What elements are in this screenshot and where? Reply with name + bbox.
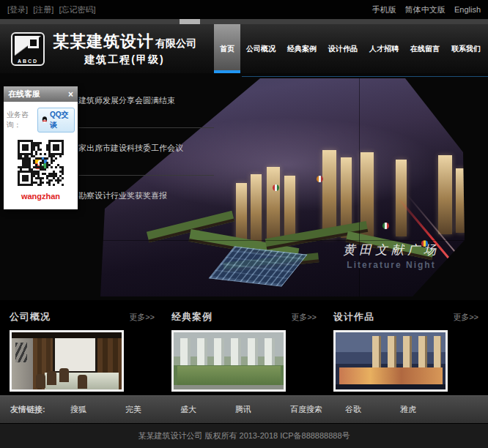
qr-code-image	[18, 140, 64, 186]
nav-item-home[interactable]: 首页	[214, 24, 240, 73]
balloon-art	[273, 184, 279, 191]
language-links: 手机版 简体中文版 English	[366, 4, 481, 15]
top-bar: [登录] [注册] [忘记密码] 手机版 简体中文版 English	[0, 0, 488, 19]
company-title: 某某建筑设计 有限公司 建筑工程(甲级)	[53, 31, 196, 67]
section-title-about: 公司概况	[10, 310, 51, 324]
glass-canopy-art	[209, 246, 308, 286]
watermark-chinese: 黄田文献广场	[343, 242, 440, 258]
column-cases: 经典案例 更多>>	[171, 309, 317, 395]
forgot-password-link[interactable]: [忘记密码]	[59, 5, 95, 14]
account-links: [登录] [注册] [忘记密码]	[7, 4, 99, 15]
main-nav: 首页 公司概况 经典案例 设计作品 人才招聘 在线留言 联系我们	[214, 24, 487, 73]
close-icon[interactable]: ×	[68, 90, 73, 99]
company-suffix: 有限公司	[155, 37, 196, 51]
nav-item-message[interactable]: 在线留言	[404, 24, 446, 73]
qq-penguin-icon	[42, 116, 48, 124]
friend-link-wanmei[interactable]: 完美	[125, 404, 180, 415]
section-title-cases: 经典案例	[171, 310, 212, 324]
site-header: ABCD 某某建筑设计 有限公司 建筑工程(甲级) 首页 公司概况 经典案例 设…	[0, 24, 488, 73]
news-item[interactable]: 家出席市建设科技委工作会议	[78, 128, 214, 176]
footer-copyright: 某某建筑设计公司 版权所有 2013-2018 ICP备888888888号	[0, 423, 488, 448]
logo-text: ABCD	[12, 59, 43, 64]
column-about: 公司概况 更多>>	[10, 309, 155, 395]
nav-underline	[242, 76, 488, 77]
image-watermark: 黄田文献广场 Literature Night	[343, 242, 440, 270]
panel-seam-line	[0, 240, 488, 241]
nav-item-jobs[interactable]: 人才招聘	[363, 24, 404, 73]
more-link-works[interactable]: 更多>>	[453, 312, 478, 323]
logo-square-shape	[28, 37, 39, 48]
works-thumbnail-image[interactable]	[333, 330, 448, 392]
friend-links-label: 友情链接:	[10, 404, 70, 415]
news-list: 建筑师发展分享会圆满结束 家出席市建设科技委工作会议 勘察设计行业奖获奖喜报	[78, 81, 214, 223]
service-panel-header: 在线客服 ×	[4, 86, 78, 102]
nav-item-contact[interactable]: 联系我们	[446, 24, 487, 73]
friend-link-tengxun[interactable]: 腾讯	[235, 404, 290, 415]
friend-link-yahoo[interactable]: 雅虎	[400, 404, 455, 415]
simplified-chinese-link[interactable]: 简体中文版	[405, 5, 446, 14]
section-title-works: 设计作品	[333, 310, 374, 324]
about-thumbnail-image[interactable]	[10, 330, 124, 392]
nav-item-cases[interactable]: 经典案例	[281, 24, 322, 73]
news-item[interactable]: 勘察设计行业奖获奖喜报	[78, 176, 214, 223]
friend-link-baidu[interactable]: 百度搜索	[290, 404, 345, 415]
english-link[interactable]: English	[454, 5, 481, 14]
scrollbar-thumb[interactable]	[180, 19, 200, 24]
qq-chat-button[interactable]: QQ交谈	[37, 108, 75, 132]
more-link-cases[interactable]: 更多>>	[291, 312, 317, 323]
consult-label: 业务咨询：	[7, 110, 36, 130]
company-logo: ABCD	[11, 32, 45, 66]
horizontal-scrollbar[interactable]	[0, 19, 488, 24]
qq-chat-label: QQ交谈	[50, 110, 70, 130]
mobile-version-link[interactable]: 手机版	[372, 5, 396, 14]
balloon-art	[382, 223, 389, 229]
friend-link-souhu[interactable]: 搜狐	[70, 404, 125, 415]
cases-thumbnail-image[interactable]	[171, 330, 286, 392]
news-item[interactable]: 建筑师发展分享会圆满结束	[78, 81, 214, 128]
qr-caption: wangzhan	[7, 192, 75, 201]
column-works: 设计作品 更多>>	[333, 309, 478, 395]
more-link-about[interactable]: 更多>>	[129, 312, 155, 323]
login-link[interactable]: [登录]	[7, 5, 28, 14]
friend-links-bar: 友情链接: 搜狐 完美 盛大 腾讯 百度搜索 谷歌 雅虎	[0, 395, 488, 423]
friend-link-shengda[interactable]: 盛大	[180, 404, 235, 415]
nav-item-works[interactable]: 设计作品	[322, 24, 363, 73]
company-name: 某某建筑设计	[53, 31, 154, 53]
friend-link-google[interactable]: 谷歌	[345, 404, 400, 415]
watermark-english: Literature Night	[343, 260, 440, 270]
nav-item-about[interactable]: 公司概况	[240, 24, 281, 73]
online-service-panel: 在线客服 × 业务咨询： QQ交谈 wangzhan	[4, 86, 78, 209]
section-columns: 公司概况 更多>> 经典案例 更多>> 设计作品 更多>>	[0, 300, 488, 395]
company-subtitle: 建筑工程(甲级)	[53, 53, 196, 67]
register-link[interactable]: [注册]	[33, 5, 53, 14]
service-panel-body: 业务咨询： QQ交谈 wangzhan	[4, 102, 78, 209]
balloon-art	[317, 176, 323, 182]
service-panel-title: 在线客服	[8, 89, 40, 100]
